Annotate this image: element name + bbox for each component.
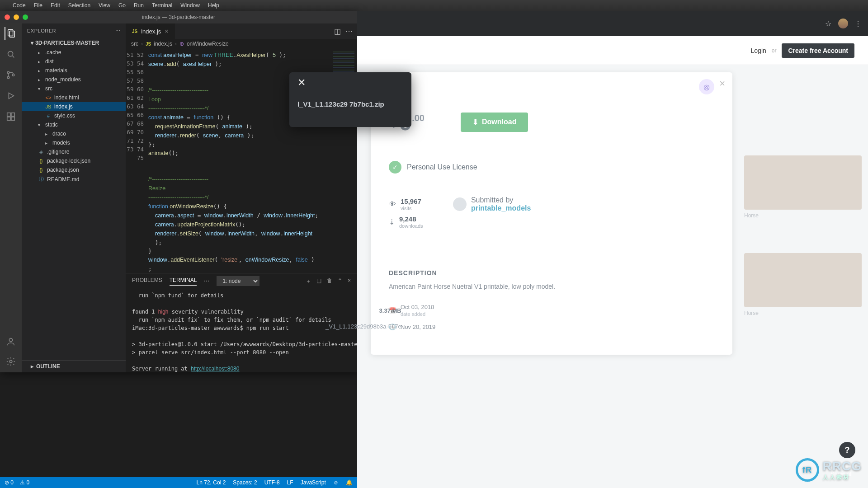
split-terminal-icon[interactable]: ◫ [316,277,321,285]
menu-selection[interactable]: Selection [68,2,90,9]
submitter-link[interactable]: printable_models [471,204,531,212]
activity-bar [0,23,22,372]
status-feedback-icon[interactable]: ☺ [333,479,339,486]
explorer-more-icon[interactable]: ⋯ [115,28,121,34]
menu-code[interactable]: Code [13,2,26,9]
search-icon[interactable] [5,48,17,61]
svg-point-3 [7,71,9,74]
help-button[interactable]: ? [839,442,855,458]
status-spaces[interactable]: Spaces: 2 [233,479,257,486]
editor-more-icon[interactable]: ⋯ [345,27,353,36]
project-header[interactable]: ▾ 3D-PARTICLES-MASTER [22,38,126,48]
create-account-button[interactable]: Create free Account [782,43,854,58]
eye-icon: 👁 [389,200,396,208]
folder-materials[interactable]: ▸materials [22,66,126,75]
maximize-panel-icon[interactable]: ⌃ [338,277,342,285]
folder--cache[interactable]: ▸.cache [22,48,126,57]
license-row: ✓ Personal Use License [389,161,714,174]
download-button[interactable]: ⬇ Download [461,113,528,132]
terminal-selector[interactable]: 1: node [217,276,259,286]
file-type-icon: JS [45,104,52,109]
settings-gear-icon[interactable] [5,355,17,368]
folder-node_modules[interactable]: ▸node_modules [22,75,126,84]
line-gutter: 51 52 53 54 55 56 57 58 59 60 61 62 63 6… [126,49,148,273]
status-bell-icon[interactable]: 🔔 [346,479,353,486]
menu-view[interactable]: View [99,2,110,9]
menu-run[interactable]: Run [134,2,144,9]
breadcrumb[interactable]: src› JS index.js› ⊕ onWindowResize [126,39,357,49]
folder-models[interactable]: ▸models [22,138,126,147]
thumbnail-2[interactable]: Horse [744,253,862,307]
explorer-sidebar: EXPLORER ⋯ ▾ 3D-PARTICLES-MASTER ▸.cache… [22,23,126,372]
accounts-icon[interactable] [5,335,17,348]
file-index-js[interactable]: JSindex.js [22,102,126,111]
window-close-icon[interactable] [5,14,10,20]
status-bar: ⊘ 0 ⚠ 0 Ln 72, Col 2 Spaces: 2 UTF-8 LF … [0,477,357,488]
profile-avatar-icon[interactable] [838,19,848,28]
source-control-icon[interactable] [5,69,17,81]
page-body: × ◎ $0.00 ⬇ Download ✓ Personal Use Lice… [357,65,868,488]
browser-menu-icon[interactable]: ⋮ [854,19,863,28]
file-info: 3.37 MB _V1_L1.123c29d98b3a-567e [326,307,401,330]
split-editor-icon[interactable]: ◫ [334,27,341,36]
download-count-icon: ⇣ [389,218,395,226]
terminal-output[interactable]: run `npm fund` for details found 1 high … [126,289,357,372]
watermark: fR RRCG人人素材 [796,458,862,482]
folder-static[interactable]: ▾static [22,120,126,129]
status-eol[interactable]: LF [287,479,293,486]
function-icon: ⊕ [179,41,184,47]
editor-tabs: JS index.js × ◫ ⋯ [126,23,357,39]
status-warnings[interactable]: ⚠ 0 [20,479,29,486]
folder-dist[interactable]: ▸dist [22,57,126,66]
card-close-icon[interactable]: × [719,78,725,89]
file--gitignore[interactable]: ◈.gitignore [22,147,126,156]
file-index-html[interactable]: <>index.html [22,93,126,102]
chevron-icon: ▸ [45,131,50,136]
tab-label: index.js [141,28,161,35]
chevron-right-icon: ▸ [31,363,33,370]
menu-edit[interactable]: Edit [51,2,60,9]
menu-go[interactable]: Go [118,2,126,9]
svg-rect-7 [11,113,14,116]
new-terminal-icon[interactable]: ＋ [306,277,311,285]
file-type-icon: {} [38,158,44,164]
bookmark-star-icon[interactable]: ☆ [824,19,833,28]
login-link[interactable]: Login [751,47,766,54]
file-README-md[interactable]: ⓘREADME.md [22,174,126,184]
toast-close-icon[interactable]: ✕ [297,77,306,89]
description-section: DESCRIPTION American Paint Horse Nuetral… [389,269,714,290]
folder-src[interactable]: ▾src [22,84,126,93]
panel-more-icon[interactable]: ⋯ [204,278,209,284]
panel-tab-problems[interactable]: PROBLEMS [132,277,162,285]
submitter-avatar-icon [453,197,467,211]
brand-logo-icon: ◎ [699,79,714,94]
window-title: index.js — 3d-particles-master [142,14,215,20]
svg-point-10 [9,338,12,342]
menu-help[interactable]: Help [208,2,219,9]
close-panel-icon[interactable]: × [348,277,351,285]
run-debug-icon[interactable] [5,89,17,102]
menu-window[interactable]: Window [180,2,200,9]
outline-section[interactable]: ▸ OUTLINE [22,360,126,372]
tab-index-js[interactable]: JS index.js × [126,23,175,39]
menu-terminal[interactable]: Terminal [152,2,172,9]
tab-close-icon[interactable]: × [165,28,168,35]
status-language[interactable]: JavaScript [301,479,326,486]
kill-terminal-icon[interactable]: 🗑 [327,277,332,285]
file-style-css[interactable]: #style.css [22,111,126,120]
extensions-icon[interactable] [5,110,17,123]
folder-draco[interactable]: ▸draco [22,129,126,138]
menu-file[interactable]: File [34,2,42,9]
svg-point-5 [12,74,14,76]
browser-window: ☆ ⋮ Login or Create free Account × ◎ $0.… [357,11,868,488]
status-errors[interactable]: ⊘ 0 [5,479,14,486]
window-zoom-icon[interactable] [23,14,28,20]
window-minimize-icon[interactable] [14,14,19,20]
thumbnail-1[interactable]: Horse [744,155,862,210]
file-package-lock-json[interactable]: {}package-lock.json [22,156,126,165]
explorer-icon[interactable] [5,27,17,40]
status-cursor[interactable]: Ln 72, Col 2 [197,479,226,486]
file-package-json[interactable]: {}package.json [22,165,126,174]
status-encoding[interactable]: UTF-8 [264,479,280,486]
panel-tab-terminal[interactable]: TERMINAL [170,277,197,286]
